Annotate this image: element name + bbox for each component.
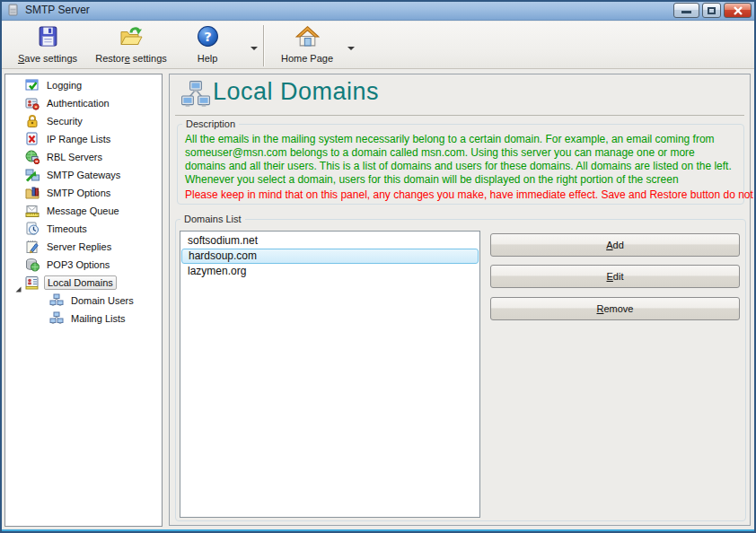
sidebar-item-label: Domain Users (68, 294, 136, 307)
smtp-options-icon (25, 186, 40, 200)
help-dropdown-arrow[interactable] (248, 42, 260, 55)
logging-icon (25, 78, 40, 92)
sidebar-item-security[interactable]: Security (5, 112, 162, 130)
remove-button[interactable]: Remove (490, 297, 740, 320)
sidebar-item-label: Timeouts (44, 223, 90, 235)
ip-range-lists-icon (25, 132, 40, 146)
mailing-lists-network-icon (49, 311, 64, 326)
smtp-gateways-icon (25, 168, 40, 182)
restore-icon (119, 25, 144, 49)
sidebar-item-label: POP3 Options (44, 258, 112, 271)
local-domains-icon (25, 275, 40, 290)
description-group-label: Description (182, 118, 239, 130)
security-lock-icon (25, 114, 40, 128)
app-icon (6, 3, 21, 21)
sidebar-item-smtp-gateways[interactable]: SMTP Gateways (5, 166, 162, 184)
maximize-icon (708, 7, 716, 14)
header-divider (175, 115, 744, 116)
domain-list-item[interactable]: lazymen.org (181, 264, 479, 279)
sidebar-item-smtp-options[interactable]: SMTP Options (5, 184, 162, 202)
sidebar-item-domain-users[interactable]: Domain Users (5, 292, 162, 310)
page-header: Local Domains (170, 74, 750, 115)
home-page-label: Home Page (281, 53, 333, 64)
pop3-options-icon (25, 258, 40, 272)
message-queue-icon (25, 204, 40, 218)
help-icon: ? (197, 25, 219, 49)
sidebar-item-label: Logging (44, 79, 84, 92)
domains-listbox[interactable]: softsodium.net hardsoup.com lazymen.org (180, 231, 480, 518)
sidebar-item-label: Mailing Lists (68, 312, 128, 325)
sidebar-item-label: Authentication (44, 97, 112, 109)
toolbar-separator (263, 25, 264, 66)
close-icon (733, 6, 743, 15)
app-window: SMTP Server Save settings (0, 0, 756, 533)
timeouts-icon (25, 222, 40, 236)
sidebar-tree: Logging Authentication (4, 74, 163, 527)
edit-button[interactable]: Edit (490, 265, 740, 288)
minimize-icon (681, 11, 691, 13)
sidebar-item-label: Server Replies (44, 240, 114, 253)
window-title: SMTP Server (25, 4, 90, 16)
sidebar-item-pop3-options[interactable]: POP3 Options (5, 256, 162, 274)
sidebar-item-label: RBL Servers (44, 151, 105, 163)
warning-text: Please keep in mind that on this panel, … (185, 188, 738, 201)
page-title: Local Domains (213, 78, 379, 106)
restore-settings-button[interactable]: Restore settings (88, 24, 174, 66)
sidebar-item-server-replies[interactable]: Server Replies (5, 238, 162, 256)
domains-list-groupbox: Domains List softsodium.net hardsoup.com… (175, 219, 746, 521)
help-button[interactable]: ? Help (176, 24, 239, 66)
save-icon (37, 25, 59, 49)
sidebar-item-timeouts[interactable]: Timeouts (5, 220, 162, 238)
sidebar-item-label: Local Domains (44, 275, 117, 290)
domains-group-label: Domains List (180, 214, 245, 225)
home-page-button[interactable]: Home Page (271, 24, 343, 66)
description-text: All the emails in the mailing system nec… (185, 133, 738, 187)
authentication-icon (25, 96, 40, 110)
maximize-button[interactable] (702, 3, 721, 18)
sidebar-item-label: IP Range Lists (44, 133, 113, 145)
sidebar-item-mailing-lists[interactable]: Mailing Lists (5, 310, 162, 328)
add-button[interactable]: Add (490, 233, 740, 257)
save-settings-button[interactable]: Save settings (9, 24, 86, 66)
main-panel: Local Domains Description All the emails… (169, 74, 751, 526)
sidebar-item-authentication[interactable]: Authentication (5, 94, 162, 112)
window-frame-accent (2, 529, 754, 531)
sidebar-item-label: SMTP Gateways (44, 169, 123, 181)
sidebar-item-label: Security (44, 115, 85, 127)
domain-list-item[interactable]: softsodium.net (181, 233, 479, 249)
sidebar-item-ip-range-lists[interactable]: IP Range Lists (5, 130, 162, 148)
server-replies-icon (25, 240, 40, 254)
sidebar-item-logging[interactable]: Logging (5, 76, 162, 94)
home-icon (295, 25, 320, 49)
sidebar-item-label: Message Queue (44, 205, 122, 217)
svg-text:?: ? (204, 29, 211, 44)
domain-list-item-selected[interactable]: hardsoup.com (181, 249, 479, 264)
domain-users-network-icon (49, 293, 64, 308)
save-settings-label: Save settings (18, 53, 77, 64)
close-button[interactable] (724, 3, 752, 18)
rbl-servers-icon (25, 150, 40, 164)
chevron-down-icon (251, 47, 258, 50)
local-domains-header-icon (180, 80, 211, 114)
restore-settings-label: Restore settings (95, 53, 167, 64)
minimize-button[interactable] (673, 3, 699, 18)
chevron-down-icon (347, 47, 355, 50)
sidebar-item-rbl-servers[interactable]: RBL Servers (5, 148, 162, 166)
sidebar-item-message-queue[interactable]: Message Queue (5, 202, 162, 220)
toolbar: Save settings Restore settings (2, 22, 754, 69)
sidebar-item-local-domains[interactable]: Local Domains (5, 274, 162, 292)
title-bar: SMTP Server (0, 0, 756, 21)
help-label: Help (198, 53, 218, 64)
home-dropdown-arrow[interactable] (345, 42, 357, 55)
sidebar-item-label: SMTP Options (44, 187, 113, 199)
description-groupbox: Description All the emails in the mailin… (177, 124, 744, 205)
